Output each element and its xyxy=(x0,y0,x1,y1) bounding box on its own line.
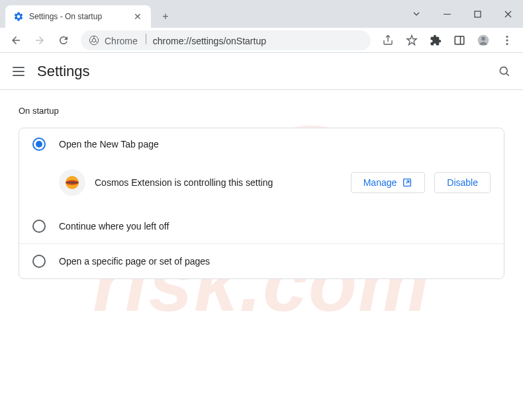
share-icon[interactable] xyxy=(377,30,399,51)
extension-notice-text: Cosmos Extension is controlling this set… xyxy=(95,177,342,188)
option-label: Open the New Tab page xyxy=(59,139,159,149)
minimize-button[interactable] xyxy=(432,3,462,24)
svg-rect-1 xyxy=(475,11,481,17)
reload-button[interactable] xyxy=(53,30,74,51)
manage-button-label: Manage xyxy=(363,177,397,188)
page-title: Settings xyxy=(37,63,90,80)
disable-button-label: Disable xyxy=(447,177,478,188)
radio-unselected-icon[interactable] xyxy=(32,220,46,233)
svg-line-12 xyxy=(506,73,509,75)
startup-option-specific-pages[interactable]: Open a specific page or set of pages xyxy=(19,243,504,278)
maximize-button[interactable] xyxy=(462,3,493,24)
content-area: On startup Open the New Tab page Cosmos … xyxy=(0,90,523,295)
disable-button[interactable]: Disable xyxy=(434,172,491,193)
settings-appbar: Settings xyxy=(0,53,523,90)
extensions-icon[interactable] xyxy=(425,30,446,51)
window-titlebar: Settings - On startup ✕ + xyxy=(0,0,523,28)
forward-button[interactable] xyxy=(29,30,50,51)
svg-point-7 xyxy=(481,36,485,40)
profile-icon[interactable] xyxy=(473,30,494,51)
svg-point-8 xyxy=(506,35,508,37)
svg-point-3 xyxy=(92,38,95,42)
svg-rect-4 xyxy=(455,36,464,44)
open-external-icon xyxy=(402,177,412,188)
menu-icon[interactable] xyxy=(497,30,518,51)
cosmos-extension-icon xyxy=(64,175,80,190)
hamburger-menu-button[interactable] xyxy=(11,63,26,79)
back-button[interactable] xyxy=(5,30,26,51)
svg-point-11 xyxy=(500,67,507,74)
browser-toolbar: Chrome chrome://settings/onStartup xyxy=(0,28,523,53)
window-controls xyxy=(401,0,523,28)
startup-option-continue[interactable]: Continue where you left off xyxy=(19,209,504,243)
close-icon[interactable]: ✕ xyxy=(132,11,143,22)
option-label: Continue where you left off xyxy=(59,221,169,231)
svg-point-10 xyxy=(506,42,508,44)
startup-card: Open the New Tab page Cosmos Extension i… xyxy=(19,128,504,279)
svg-point-15 xyxy=(66,182,79,184)
radio-selected-icon[interactable] xyxy=(32,138,46,151)
gear-icon xyxy=(13,11,24,22)
manage-button[interactable]: Manage xyxy=(351,172,426,193)
omnibox-text: Chrome chrome://settings/onStartup xyxy=(105,34,266,46)
star-icon[interactable] xyxy=(401,30,422,51)
option-label: Open a specific page or set of pages xyxy=(59,256,210,267)
close-window-button[interactable] xyxy=(493,3,523,24)
radio-unselected-icon[interactable] xyxy=(32,255,46,268)
section-heading: On startup xyxy=(19,106,504,116)
browser-tab[interactable]: Settings - On startup ✕ xyxy=(5,5,151,28)
url-scheme-label: Chrome xyxy=(105,36,138,46)
address-bar[interactable]: Chrome chrome://settings/onStartup xyxy=(81,30,371,50)
chrome-icon xyxy=(89,35,99,46)
sidepanel-icon[interactable] xyxy=(449,30,470,51)
extension-notice-row: Cosmos Extension is controlling this set… xyxy=(19,160,504,209)
svg-point-9 xyxy=(506,39,508,41)
chevron-down-icon[interactable] xyxy=(401,3,432,24)
new-tab-button[interactable]: + xyxy=(156,7,175,26)
startup-option-new-tab[interactable]: Open the New Tab page xyxy=(19,128,504,160)
url-path: chrome://settings/onStartup xyxy=(153,36,266,46)
tab-title: Settings - On startup xyxy=(29,12,132,21)
extension-icon-wrap xyxy=(59,169,85,196)
search-icon[interactable] xyxy=(497,63,512,79)
